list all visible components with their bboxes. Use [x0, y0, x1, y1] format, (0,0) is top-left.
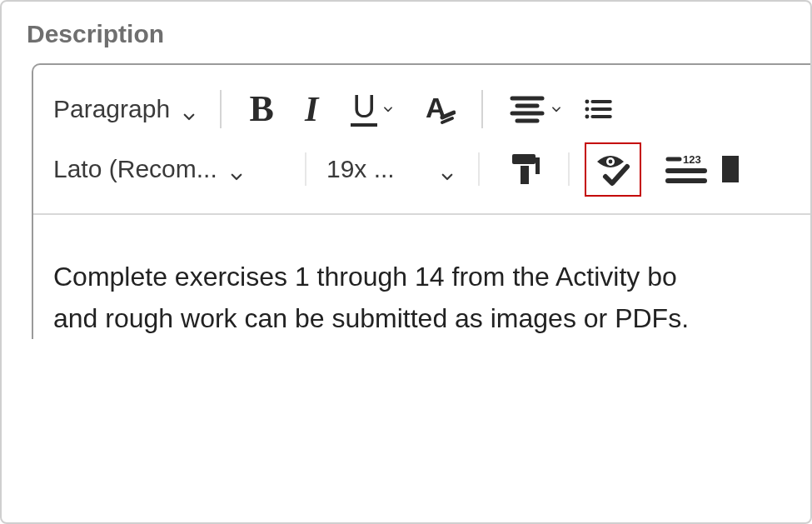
separator [478, 152, 480, 186]
font-family-dropdown[interactable]: Lato (Recom... [48, 155, 290, 183]
toggle-button[interactable] [718, 147, 743, 191]
content-line: Complete exercises 1 through 14 from the… [53, 257, 810, 298]
font-size-dropdown[interactable]: 19x ... [321, 155, 463, 183]
chevron-down-icon [440, 162, 455, 177]
separator [220, 90, 222, 128]
bullet-list-icon [583, 94, 613, 124]
accessibility-checker-button[interactable] [588, 146, 638, 192]
bullet-list-button[interactable] [573, 87, 615, 131]
block-format-label: Paragraph [53, 95, 170, 123]
align-dropdown[interactable] [498, 87, 573, 131]
word-count-button[interactable]: 123 [655, 147, 718, 191]
text-color-icon: A [419, 92, 456, 126]
toolbar-row-1: Paragraph B I U A [33, 80, 810, 138]
italic-icon: I [298, 92, 325, 127]
separator [568, 152, 570, 186]
block-icon [722, 152, 739, 186]
italic-button[interactable]: I [286, 87, 336, 131]
font-family-label: Lato (Recom... [53, 155, 217, 183]
svg-rect-13 [536, 157, 540, 174]
chevron-down-icon [182, 102, 197, 117]
svg-rect-21 [722, 156, 739, 182]
svg-rect-14 [521, 166, 529, 184]
chevron-down-icon [550, 103, 562, 115]
bold-icon: B [249, 91, 273, 127]
block-format-dropdown[interactable]: Paragraph [48, 95, 205, 123]
chevron-down-icon [382, 103, 394, 115]
editor-content-area[interactable]: Complete exercises 1 through 14 from the… [33, 215, 810, 339]
separator [481, 90, 483, 128]
eye-check-icon [592, 148, 634, 190]
svg-point-5 [585, 100, 590, 104]
editor-panel: Description Paragraph B I U [0, 0, 812, 524]
font-size-label: 19x ... [326, 155, 395, 183]
svg-point-9 [585, 115, 590, 119]
svg-point-7 [585, 107, 590, 112]
svg-point-16 [609, 159, 613, 163]
word-count-icon: 123 [665, 152, 708, 186]
separator [305, 152, 306, 186]
text-color-button[interactable]: A [408, 87, 466, 131]
section-label: Description [27, 20, 810, 48]
accessibility-checker-highlighted [585, 142, 641, 197]
chevron-down-icon [229, 162, 244, 177]
format-painter-icon [506, 151, 542, 187]
underline-icon: U [351, 92, 376, 126]
align-center-icon [509, 93, 545, 125]
toolbar-row-2: Lato (Recom... 19x ... [33, 140, 810, 198]
svg-text:123: 123 [683, 153, 701, 166]
bold-button[interactable]: B [237, 87, 286, 131]
format-painter-button[interactable] [495, 147, 553, 191]
content-line: and rough work can be submitted as image… [53, 298, 810, 340]
underline-dropdown[interactable]: U [336, 87, 408, 131]
rich-text-editor: Paragraph B I U A [32, 63, 810, 339]
